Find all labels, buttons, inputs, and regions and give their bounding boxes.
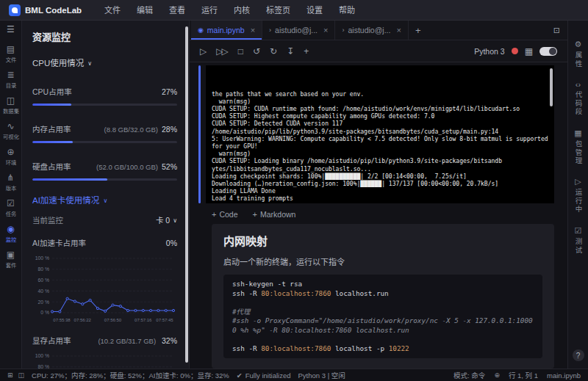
progress-bar <box>32 178 177 181</box>
resource-meter: CPU占用率27% <box>32 86 177 106</box>
rightbar-item-snippets[interactable]: ‹›代码段 <box>573 80 584 117</box>
help-icon[interactable]: ? <box>573 349 584 361</box>
tab-label: main.ipynb <box>207 26 245 35</box>
console-scrollbar[interactable] <box>550 68 553 106</box>
current-filename: main.ipynb <box>547 371 581 380</box>
code-segment: ssh -R <box>232 344 261 352</box>
svg-text:07:55:38: 07:55:38 <box>53 318 71 322</box>
bml-codelab-window: BML CodeLab 文件编辑查看运行内核标签页设置帮助 ☰ ▤文件≣目录◫数… <box>0 0 588 381</box>
sidebar-item-label: 套件 <box>5 261 16 268</box>
rightbar-item-packages[interactable]: ▦包管理 <box>573 128 584 166</box>
suite-icon: ▣ <box>7 250 15 260</box>
panel-title: 资源监控 <box>32 29 177 43</box>
console-output: the paths that we search based on your e… <box>206 65 554 203</box>
resource-usage-text: CPU: 27%；内存: 28%；硬盘: 52%；AI加速卡: 0%；显存: 3… <box>32 370 229 380</box>
console-line: Load 4 training prompts <box>212 195 547 203</box>
menu-item[interactable]: 设置 <box>298 0 331 21</box>
add-markdown-cell-button[interactable]: + Markdown <box>253 210 296 219</box>
simple-mode-toggle[interactable] <box>539 47 557 56</box>
rightbar-item-tests[interactable]: ☑测试 <box>573 226 584 255</box>
layout-toggle-icon[interactable]: ⊞ <box>7 371 13 379</box>
meter-value-group: 27% <box>162 87 177 96</box>
console-line: CUDA SETUP: Highest compute capability a… <box>212 113 547 120</box>
sidebar-item-outline[interactable]: ≣目录 <box>0 68 22 93</box>
refresh-icon[interactable]: ↻ <box>270 46 276 57</box>
sidebar-item-environment[interactable]: ⊕环境 <box>0 145 22 170</box>
close-icon[interactable]: × <box>396 26 401 35</box>
close-icon[interactable]: × <box>251 26 255 35</box>
markdown-cell[interactable]: 内网映射 启动一个新的终端，运行以下指令 ssh-keygen -t rsass… <box>212 224 554 369</box>
sidebar-item-tasks[interactable]: ☑任务 <box>0 196 22 222</box>
meter-label: 硬盘占用率 <box>32 161 71 172</box>
sidebar-item-suite[interactable]: ▣套件 <box>0 247 22 273</box>
sidebar-item-dataset[interactable]: ◫数据集 <box>0 93 22 119</box>
new-tab-button[interactable]: + <box>409 21 428 40</box>
code-segment: 80:localhost:7860 <box>261 344 331 352</box>
sidebar-item-version[interactable]: ⋔版本 <box>0 170 22 196</box>
rightbar-item-running[interactable]: ▷运行中 <box>573 177 584 214</box>
save-icon[interactable]: ↧ <box>287 46 293 57</box>
restart-icon[interactable]: ↺ <box>253 46 259 57</box>
hamburger-menu-icon[interactable]: ☰ <box>7 24 15 35</box>
add-cell-button[interactable]: + <box>304 46 309 57</box>
kernel-selector[interactable]: Python 3 <box>474 47 504 56</box>
keyboard-shortcuts-icon[interactable]: ▦ <box>525 46 533 57</box>
plus-icon: + <box>212 210 216 219</box>
chevron-down-icon: ∨ <box>173 217 177 224</box>
tab-aistudioj[interactable]: ›aistudio@j...× <box>335 21 408 40</box>
add-code-cell-button[interactable]: + Code <box>212 210 238 219</box>
code-segment: ssh -R <box>232 289 261 297</box>
svg-text:40 %: 40 % <box>38 289 50 294</box>
vram-usage-meter: 显存占用率 (10.2 GB/31.7 GB) 32% <box>32 335 177 346</box>
menu-item[interactable]: 内核 <box>226 0 258 21</box>
cell-collapser[interactable] <box>198 65 201 203</box>
monitor-label: 当前监控 <box>32 214 63 225</box>
rightbar-item-label: 包管理 <box>573 140 584 166</box>
run-all-icon[interactable]: ▷▷ <box>216 46 226 57</box>
rightbar-item-label: 运行中 <box>573 189 584 214</box>
panel-scrollbar[interactable] <box>185 26 188 363</box>
sidebar-item-monitor[interactable]: ◉监控 <box>0 222 22 247</box>
right-sidebar: ⚙属性‹›代码段▦包管理▷运行中☑测试 ? <box>567 21 588 369</box>
progress-bar-fill <box>32 141 73 143</box>
vram-usage-chart: 100 %80 %60 %40 %20 %0 %07:55:3807:56:22… <box>32 352 177 369</box>
console-line: Downloading (…)neration_config.json: 100… <box>212 181 547 188</box>
tab-mainipynb[interactable]: ◉main.ipynb× <box>191 21 262 40</box>
files-icon: ▤ <box>7 45 15 54</box>
card-select-dropdown[interactable]: 卡 0 ∨ <box>156 214 177 225</box>
sidebar-item-label: 文件 <box>5 55 16 62</box>
run-icon[interactable]: ▷ <box>200 46 205 57</box>
console-line: CUDA SETUP: Loading binary /home/aistudi… <box>212 158 547 165</box>
kernel-status[interactable]: Python 3 | 空闲 <box>298 370 345 380</box>
gpu-usage-meter: AI加速卡占用率 0% <box>32 237 177 248</box>
rightbar-item-properties[interactable]: ⚙属性 <box>573 40 584 68</box>
notebook-area: ◉main.ipynb×›aistudio@j...×›aistudio@j..… <box>190 21 567 369</box>
gpu-section-header[interactable]: AI加速卡使用情况 ∨ <box>32 194 177 206</box>
meter-list: CPU占用率27%内存占用率(8.8 GB/32.0 GB)28%硬盘占用率(5… <box>32 86 177 181</box>
initialized-status: Fully initialized <box>245 371 291 380</box>
language-icon[interactable]: ⊕ <box>494 371 500 379</box>
panel-toggle-icon[interactable]: ◫ <box>18 371 25 379</box>
vram-meter-detail: (10.2 GB/31.7 GB) <box>98 337 156 345</box>
meter-detail: (52.0 GB/100.0 GB) <box>96 163 158 171</box>
code-line <box>232 298 534 308</box>
console-line: the paths that we search based on your e… <box>212 91 547 98</box>
close-icon[interactable]: × <box>323 26 328 35</box>
cursor-position[interactable]: 行 1, 列 1 <box>509 370 538 380</box>
sidebar-item-visualization[interactable]: ∿可视化 <box>0 119 22 145</box>
sidebar-item-files[interactable]: ▤文件 <box>0 42 22 68</box>
menu-item[interactable]: 帮助 <box>331 0 363 21</box>
output-cell[interactable]: the paths that we search based on your e… <box>198 65 563 203</box>
environment-icon: ⊕ <box>7 148 14 157</box>
running-icon: ▷ <box>575 177 581 186</box>
new-launcher-icon[interactable]: ⊡ <box>553 21 567 40</box>
menu-item[interactable]: 查看 <box>161 0 193 21</box>
cpu-section-header[interactable]: CPU使用情况 ∨ <box>32 57 177 68</box>
menu-item[interactable]: 标签页 <box>258 0 298 21</box>
resource-meter: 硬盘占用率(52.0 GB/100.0 GB)52% <box>32 161 177 181</box>
menu-item[interactable]: 文件 <box>96 0 129 21</box>
tab-aistudioj[interactable]: ›aistudio@j...× <box>262 21 335 40</box>
menu-item[interactable]: 运行 <box>193 0 226 21</box>
interrupt-icon[interactable]: □ <box>238 46 242 57</box>
menu-item[interactable]: 编辑 <box>129 0 161 21</box>
